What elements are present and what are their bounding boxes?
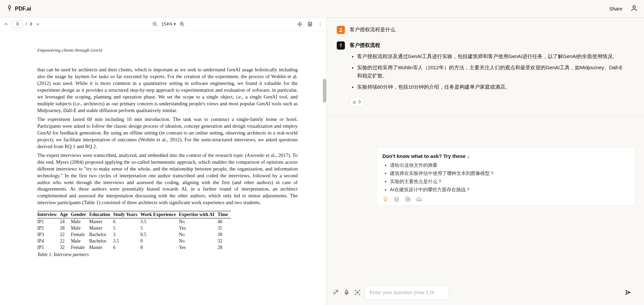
svg-point-0 (633, 5, 635, 8)
pdf-running-head: Empowering clients through GenAI (37, 48, 317, 53)
ai-bullet: 客户授权流程涉及通过GenAI工具进行实验，包括建筑师和客户使用GenAI进行任… (357, 53, 627, 60)
table-header: Interview (37, 211, 60, 218)
share-button[interactable]: Share (609, 6, 622, 12)
brand[interactable]: PDF.ai (6, 5, 31, 13)
page-down-icon[interactable] (35, 21, 40, 27)
table-header: Expertise with AI (179, 211, 218, 218)
zoom-level[interactable]: 154% ▾ (161, 21, 176, 26)
layers-icon[interactable] (394, 196, 399, 202)
user-message-text: 客户授权流程是什么 (350, 26, 627, 34)
suggestion-item[interactable]: 请给出这份文件的摘要 (390, 162, 629, 168)
mic-icon[interactable] (344, 289, 350, 295)
table-caption: Table 1. Interview partners (37, 252, 298, 257)
table-header: Education (89, 211, 113, 218)
scan-icon[interactable] (354, 289, 360, 295)
divider (327, 116, 644, 117)
svg-point-12 (357, 292, 358, 293)
suggestion-item[interactable]: 实验的主要焦点是什么？ (390, 179, 629, 185)
ai-avatar-icon (337, 41, 345, 50)
pdf-para-1: that can be used by architects and their… (37, 67, 298, 114)
page-up-icon[interactable] (3, 21, 9, 27)
suggestion-item[interactable]: 建筑师在实验评估中使用了哪种文本到图像模型？ (390, 171, 629, 177)
brand-icon (6, 5, 13, 13)
svg-point-8 (320, 25, 320, 26)
table-header: Study Years (113, 211, 140, 218)
page-total: 8 (30, 21, 32, 26)
table-header: Work Experience (140, 211, 179, 218)
ai-bullet: 实验的过程采用了Wohlin等人（2012年）的方法，主要关注人们的观点和最受欢… (357, 64, 627, 79)
pdf-pane: / 8 154% ▾ Empowering clients through Ge… (0, 18, 327, 305)
table-header: Gender (71, 211, 89, 218)
print-icon[interactable] (307, 21, 313, 27)
table-row: IP228MaleMaster55Yes35 (37, 225, 231, 231)
pdf-table: InterviewAgeGenderEducationStudy YearsWo… (37, 211, 231, 251)
pdf-para-2: The experiment lasted 60 min including 1… (37, 116, 298, 150)
scrollbar-thumb[interactable] (323, 79, 326, 103)
page-sep: / (26, 21, 27, 26)
arrow-down-icon: ↓ (467, 153, 470, 159)
wand-icon[interactable] (333, 289, 339, 295)
table-row: IP322FemaleBachelor30.5No30 (37, 231, 231, 238)
pdf-para-3: The expert interviews were transcribed, … (37, 152, 298, 207)
pdf-page: Empowering clients through GenAI that ca… (0, 31, 326, 305)
pdf-body[interactable]: Empowering clients through GenAI that ca… (0, 31, 326, 305)
chat-input[interactable] (365, 285, 449, 300)
svg-rect-11 (346, 290, 348, 293)
table-row: IP124MaleMaster63.5No40 (37, 218, 231, 225)
ai-message: 客户授权流程 客户授权流程涉及通过GenAI工具进行实验，包括建筑师和客户使用G… (327, 39, 644, 112)
table-row: IP422MaleBachelor3.50No32 (37, 238, 231, 244)
ai-bullet: 实验持续60分钟，包括10分钟的介绍，任务是构建单户家庭或酒店。 (357, 83, 627, 91)
suggestions-card: Don't know what to ask? Try these ↓ 请给出这… (376, 147, 635, 206)
user-message: 客户授权流程是什么 (327, 24, 644, 39)
svg-point-7 (320, 24, 320, 24)
page-input[interactable] (12, 20, 23, 28)
move-icon[interactable] (297, 21, 303, 27)
send-icon[interactable] (625, 289, 631, 295)
gear-icon[interactable] (405, 196, 411, 202)
cloud-download-icon[interactable] (416, 196, 422, 202)
brand-text: PDF.ai (15, 6, 31, 12)
table-row: IP532FemaleMaster68Yes28 (37, 244, 231, 251)
svg-point-10 (407, 198, 408, 200)
input-bar (327, 281, 644, 305)
chat-pane: 客户授权流程是什么 客户授权流程 客户授权流程涉及通过GenAI工具进行实验，包… (327, 18, 644, 305)
zoom-out-icon[interactable] (152, 21, 158, 27)
table-header: Age (60, 211, 71, 218)
page-reference-chip[interactable]: p. 3 (350, 97, 365, 107)
user-avatar-icon (337, 26, 345, 34)
pdf-toolbar: / 8 154% ▾ (0, 18, 326, 31)
profile-icon[interactable] (630, 4, 638, 13)
ai-message-title: 客户授权流程 (350, 41, 627, 49)
svg-point-6 (320, 22, 320, 23)
more-icon[interactable] (317, 21, 323, 27)
zoom-in-icon[interactable] (179, 21, 185, 27)
top-bar: PDF.ai Share (0, 0, 644, 18)
bulb-icon[interactable] (383, 196, 388, 202)
suggestions-title: Don't know what to ask? Try these (383, 153, 466, 159)
svg-point-9 (340, 28, 341, 30)
suggestion-item[interactable]: AI在建筑设计中的哪些方面存在挑战？ (390, 187, 629, 193)
table-header: Time (218, 211, 231, 218)
